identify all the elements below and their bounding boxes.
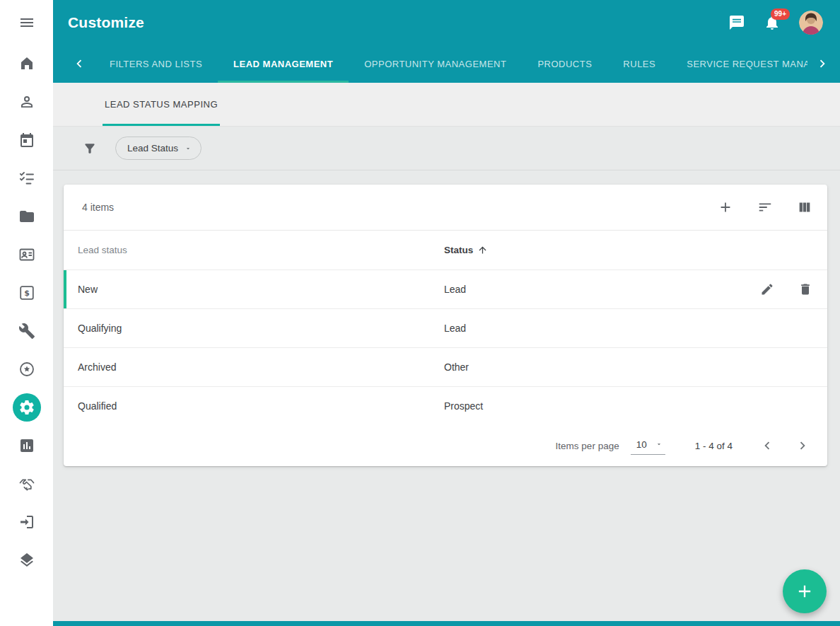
chat-icon	[728, 14, 745, 31]
home-icon	[18, 55, 35, 72]
sidebar-item-integrations[interactable]	[13, 546, 41, 574]
login-icon	[18, 514, 35, 531]
notification-badge: 99+	[771, 8, 790, 20]
page-size-select[interactable]: 10	[631, 437, 665, 455]
sidebar-item-contacts[interactable]	[13, 88, 41, 116]
table-row[interactable]: Qualifying Lead	[64, 308, 827, 347]
messages-button[interactable]	[728, 14, 745, 31]
primary-tab-bar: FILTERS AND LISTS LEAD MANAGEMENT OPPORT…	[53, 45, 840, 83]
sidebar-item-loyalty[interactable]	[13, 355, 41, 383]
tab-lead-management[interactable]: LEAD MANAGEMENT	[218, 45, 349, 83]
sidebar-item-contact-cards[interactable]	[13, 240, 41, 269]
paginator: Items per page 10 1 - 4 of 4	[64, 425, 827, 466]
chip-label: Lead Status	[127, 143, 178, 153]
menu-button[interactable]	[13, 8, 41, 37]
tab-service-request-management[interactable]: SERVICE REQUEST MANAGEMENT	[671, 45, 807, 83]
column-lead-status: Lead status	[78, 245, 444, 255]
status-cell: Prospect	[444, 400, 812, 412]
sidebar-item-settings[interactable]	[13, 393, 41, 422]
person-icon	[18, 93, 35, 110]
sidebar: $	[0, 0, 53, 626]
lead-status-cell: Qualifying	[78, 323, 444, 334]
status-cell: Lead	[444, 323, 812, 334]
add-item-icon[interactable]	[718, 199, 733, 215]
previous-page-icon[interactable]	[759, 438, 775, 453]
tab-rules[interactable]: RULES	[607, 45, 671, 83]
sidebar-item-signin[interactable]	[13, 508, 41, 536]
column-status-label: Status	[444, 245, 473, 255]
calendar-icon	[18, 132, 35, 149]
sidebar-item-invoices[interactable]: $	[13, 279, 41, 307]
chevron-left-icon	[71, 56, 87, 71]
table-row[interactable]: New Lead	[64, 269, 827, 308]
tab-filters-and-lists[interactable]: FILTERS AND LISTS	[94, 45, 218, 83]
table-row[interactable]: Archived Other	[64, 347, 827, 386]
notifications-button[interactable]: 99+	[764, 14, 781, 31]
tabs-strip: FILTERS AND LISTS LEAD MANAGEMENT OPPORT…	[94, 45, 807, 83]
layers-icon	[18, 552, 35, 569]
star-badge-icon	[18, 361, 35, 378]
app-header: Customize 99+	[53, 0, 840, 45]
bottom-accent-strip	[53, 621, 840, 626]
filter-row: Lead Status	[53, 127, 840, 170]
sort-icon[interactable]	[757, 199, 773, 215]
filter-button[interactable]	[83, 141, 97, 156]
hamburger-icon	[18, 14, 35, 31]
tab-products[interactable]: PRODUCTS	[522, 45, 607, 83]
main-area: Customize 99+ FILTERS AND LISTS LEAD MAN…	[53, 0, 840, 626]
chevron-right-icon	[815, 56, 830, 71]
lead-status-cell: New	[78, 284, 444, 295]
sidebar-item-stats[interactable]	[13, 431, 41, 460]
tab-lead-status-mapping[interactable]: LEAD STATUS MAPPING	[103, 83, 220, 126]
lead-status-cell: Qualified	[78, 400, 444, 412]
chevron-down-icon	[185, 145, 192, 152]
tabs-scroll-left-button[interactable]	[64, 45, 94, 83]
folder-icon	[18, 208, 35, 225]
page-range-label: 1 - 4 of 4	[695, 441, 733, 451]
lead-status-cell: Archived	[78, 361, 444, 373]
plus-icon	[795, 581, 815, 601]
checklist-icon	[18, 170, 35, 187]
dollar-invoice-icon: $	[18, 284, 35, 301]
column-status[interactable]: Status	[444, 245, 812, 255]
chevron-down-icon	[655, 441, 663, 448]
row-actions	[760, 282, 812, 296]
tab-opportunity-management[interactable]: OPPORTUNITY MANAGEMENT	[349, 45, 522, 83]
page-size-value: 10	[636, 439, 647, 450]
contact-card-icon	[18, 246, 35, 263]
tabs-scroll-right-button[interactable]	[807, 45, 837, 83]
status-cell: Other	[444, 361, 812, 373]
lead-status-card: 4 items Lead status Status New Lead Qua	[64, 185, 827, 466]
items-per-page-label: Items per page	[556, 441, 619, 451]
sort-ascending-icon	[477, 245, 488, 255]
secondary-tab-bar: LEAD STATUS MAPPING	[53, 83, 840, 127]
sidebar-item-tools[interactable]	[13, 317, 41, 345]
avatar[interactable]	[799, 11, 823, 35]
columns-icon[interactable]	[797, 199, 812, 215]
sidebar-item-deals[interactable]	[13, 470, 41, 498]
filter-funnel-icon	[83, 141, 97, 156]
table-header-row: Lead status Status	[64, 230, 827, 269]
sidebar-item-tasks[interactable]	[13, 164, 41, 192]
next-page-icon[interactable]	[795, 438, 810, 453]
gear-icon	[18, 399, 35, 416]
sidebar-item-calendar[interactable]	[13, 126, 41, 154]
table-row[interactable]: Qualified Prospect	[64, 386, 827, 425]
add-lead-status-fab[interactable]	[783, 569, 827, 613]
page-title: Customize	[68, 14, 144, 31]
svg-text:$: $	[24, 289, 30, 298]
sidebar-item-files[interactable]	[13, 202, 41, 231]
delete-icon[interactable]	[798, 282, 812, 296]
sidebar-item-home[interactable]	[13, 50, 41, 78]
lead-status-filter-chip[interactable]: Lead Status	[115, 137, 202, 160]
items-count: 4 items	[82, 202, 114, 213]
wrench-icon	[18, 323, 35, 340]
edit-icon[interactable]	[760, 282, 774, 296]
card-header: 4 items	[64, 185, 827, 230]
bar-chart-icon	[18, 437, 35, 454]
handshake-icon	[18, 475, 35, 492]
status-cell: Lead	[444, 284, 760, 295]
